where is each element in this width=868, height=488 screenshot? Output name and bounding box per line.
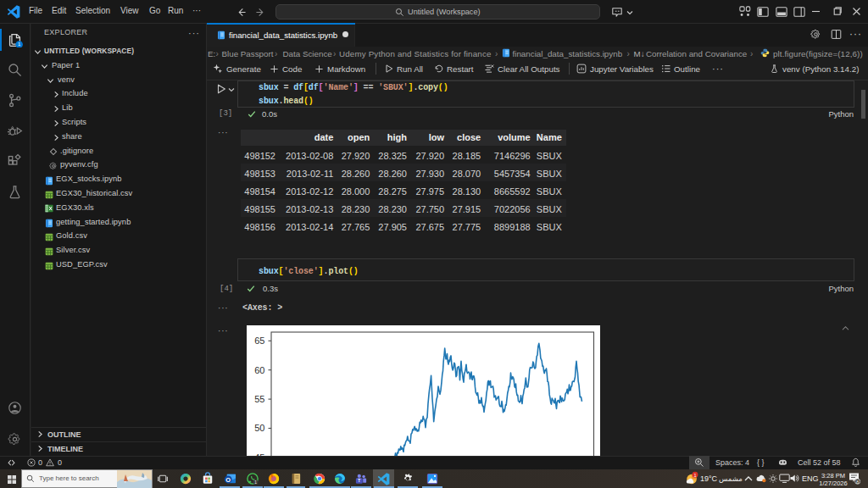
svg-text:1: 1	[254, 480, 257, 485]
svg-text:55: 55	[254, 394, 264, 404]
svg-text:T: T	[358, 479, 360, 483]
svg-text:60: 60	[254, 365, 264, 375]
svg-text:8: 8	[856, 480, 859, 485]
svg-text:1: 1	[18, 42, 20, 47]
svg-text:65: 65	[254, 336, 264, 346]
svg-text:50: 50	[254, 423, 264, 433]
svg-text:1: 1	[693, 473, 696, 478]
svg-text:O: O	[225, 476, 231, 484]
